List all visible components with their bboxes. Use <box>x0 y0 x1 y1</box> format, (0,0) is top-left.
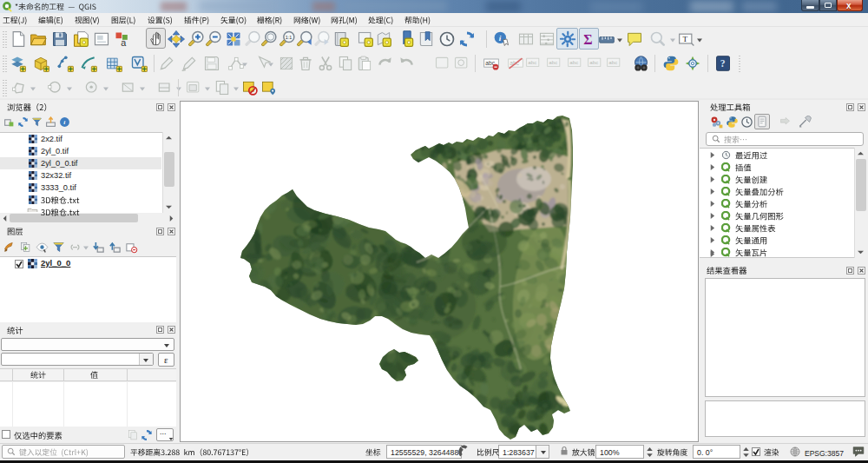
svg-text:abc: abc <box>569 59 578 65</box>
svg-text:abc: abc <box>549 59 557 65</box>
svg-text:abc: abc <box>608 59 617 65</box>
svg-text:i: i <box>63 119 65 126</box>
svg-text:abc: abc <box>589 59 598 65</box>
svg-text:1:1: 1:1 <box>286 35 293 40</box>
svg-text:Σ: Σ <box>583 32 592 47</box>
svg-text:i: i <box>499 34 502 43</box>
svg-text:abc: abc <box>528 59 536 65</box>
svg-text:?: ? <box>720 58 726 69</box>
svg-text:T: T <box>682 35 687 43</box>
svg-text:a: a <box>121 37 127 48</box>
